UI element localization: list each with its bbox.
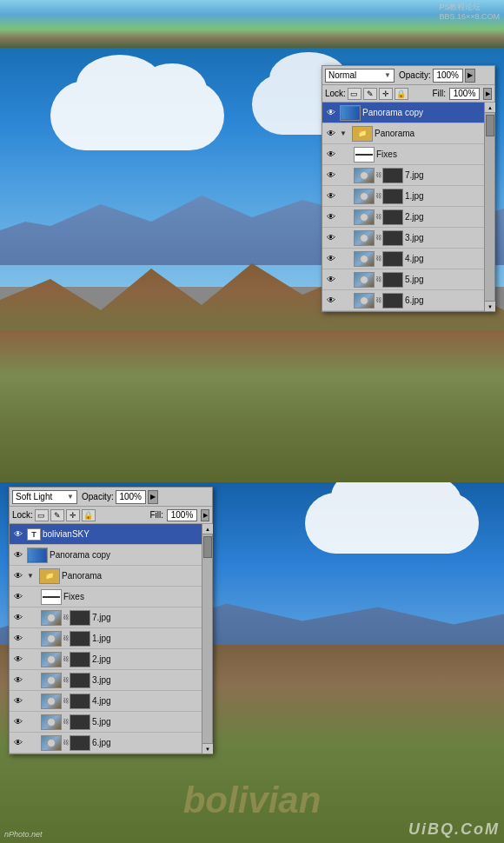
scroll-thumb-bottom[interactable] bbox=[203, 536, 212, 558]
eye-icon-5jpg-b[interactable]: 👁 bbox=[11, 715, 25, 729]
layer-row-5jpg[interactable]: 👁 ⛓ 5.jpg bbox=[322, 269, 494, 290]
scroll-down-btn-bottom[interactable]: ▼ bbox=[202, 743, 213, 753]
layer-name-5jpg-b: 5.jpg bbox=[92, 717, 210, 727]
lock-fill-row-top: Lock: ▭ ✎ ✛ 🔒 Fill: 100% ▶ bbox=[322, 85, 494, 103]
layer-row-pano-copy-b[interactable]: 👁 Panorama copy bbox=[10, 545, 212, 566]
lock-all-icon[interactable]: 🔒 bbox=[395, 88, 408, 100]
scroll-up-btn-top[interactable]: ▲ bbox=[485, 103, 495, 113]
lock-brush-icon-b[interactable]: ✎ bbox=[50, 509, 64, 521]
layer-row-7jpg-b[interactable]: 👁 ⛓ 7.jpg bbox=[10, 607, 212, 628]
mask-5jpg bbox=[382, 272, 403, 288]
bs-clouds bbox=[262, 493, 479, 597]
eye-icon-fixes-b[interactable]: 👁 bbox=[11, 590, 25, 604]
layer-row-3jpg-b[interactable]: 👁 ⛓ 3.jpg bbox=[10, 670, 212, 691]
eye-icon-panorama[interactable]: 👁 bbox=[324, 127, 338, 141]
eye-icon-fixes[interactable]: 👁 bbox=[324, 148, 338, 162]
lock-move-icon[interactable]: ✛ bbox=[379, 88, 393, 100]
blend-mode-select-bottom[interactable]: Soft Light ▼ bbox=[12, 490, 77, 504]
fill-value-bottom[interactable]: 100% bbox=[167, 509, 197, 521]
layer-row-6jpg[interactable]: 👁 ⛓ 6.jpg bbox=[322, 290, 494, 311]
thumb-group-3jpg: ⛓ bbox=[354, 230, 403, 246]
thumb-group-7jpg: ⛓ bbox=[354, 168, 403, 183]
fill-arrow-bottom[interactable]: ▶ bbox=[201, 509, 209, 521]
layer-row-panorama[interactable]: 👁 ▼ 📁 Panorama bbox=[322, 123, 494, 144]
eye-icon-6jpg-b[interactable]: 👁 bbox=[11, 736, 25, 750]
lock-all-icon-b[interactable]: 🔒 bbox=[82, 509, 96, 521]
opacity-arrow-top[interactable]: ▶ bbox=[465, 69, 475, 83]
layer-row-1jpg[interactable]: 👁 ⛓ 1.jpg bbox=[322, 186, 494, 207]
lock-transparent-icon-b[interactable]: ▭ bbox=[35, 509, 49, 521]
scroll-up-btn-bottom[interactable]: ▲ bbox=[202, 524, 213, 534]
layer-thumb-pano-copy-b bbox=[27, 548, 48, 563]
fold-arrow-b: ▼ bbox=[27, 572, 37, 580]
chain-3jpg: ⛓ bbox=[375, 235, 381, 241]
layer-name-1jpg-b: 1.jpg bbox=[92, 634, 210, 643]
scroll-down-btn-top[interactable]: ▼ bbox=[485, 301, 495, 311]
layer-row-3jpg[interactable]: 👁 ⛓ 3.jpg bbox=[322, 228, 494, 249]
layer-name-4jpg-b: 4.jpg bbox=[92, 696, 210, 706]
chain-3jpg-b: ⛓ bbox=[63, 677, 69, 683]
layer-row-panorama-copy[interactable]: 👁 Panorama copy bbox=[322, 103, 494, 123]
layer-row-boliviansky[interactable]: 👁 T bolivianSKY bbox=[10, 524, 212, 545]
fill-value-top[interactable]: 100% bbox=[449, 88, 480, 100]
layer-row-7jpg[interactable]: 👁 ⛓ 7.jpg bbox=[322, 165, 494, 186]
opacity-arrow-bottom[interactable]: ▶ bbox=[148, 490, 158, 504]
thumb-group-1jpg: ⛓ bbox=[354, 189, 403, 204]
layer-row-fixes[interactable]: 👁 Fixes bbox=[322, 144, 494, 165]
layer-name-6jpg: 6.jpg bbox=[405, 295, 493, 305]
blend-mode-select-top[interactable]: Normal ▼ bbox=[325, 69, 395, 83]
lock-label-top: Lock: bbox=[325, 89, 346, 98]
ground bbox=[0, 330, 504, 482]
scroll-bar-bottom[interactable]: ▲ ▼ bbox=[202, 524, 212, 753]
layer-row-panorama-b[interactable]: 👁 ▼ 📁 Panorama bbox=[10, 566, 212, 587]
thumb-group-4jpg: ⛓ bbox=[354, 251, 403, 267]
layer-thumb-4jpg-b bbox=[41, 694, 62, 709]
chain-2jpg-b: ⛓ bbox=[63, 656, 69, 662]
eye-icon-4jpg-b[interactable]: 👁 bbox=[11, 694, 25, 708]
eye-icon-1jpg[interactable]: 👁 bbox=[324, 189, 338, 203]
fill-arrow-top[interactable]: ▶ bbox=[483, 88, 492, 100]
layer-row-4jpg-b[interactable]: 👁 ⛓ 4.jpg bbox=[10, 691, 212, 712]
layer-row-6jpg-b[interactable]: 👁 ⛓ 6.jpg bbox=[10, 733, 212, 753]
layer-row-1jpg-b[interactable]: 👁 ⛓ 1.jpg bbox=[10, 628, 212, 649]
layer-name-7jpg: 7.jpg bbox=[405, 170, 493, 180]
fold-arrow: ▼ bbox=[340, 129, 350, 137]
layer-row-5jpg-b[interactable]: 👁 ⛓ 5.jpg bbox=[10, 712, 212, 733]
eye-icon-2jpg[interactable]: 👁 bbox=[324, 210, 338, 224]
opacity-value-top[interactable]: 100% bbox=[433, 69, 463, 83]
eye-icon-7jpg[interactable]: 👁 bbox=[324, 169, 338, 183]
layer-row-2jpg-b[interactable]: 👁 ⛓ 2.jpg bbox=[10, 649, 212, 670]
layer-row-2jpg[interactable]: 👁 ⛓ 2.jpg bbox=[322, 207, 494, 228]
layer-thumb-panorama-folder-b: 📁 bbox=[39, 568, 60, 584]
layer-thumb-6jpg-b bbox=[41, 735, 62, 751]
eye-icon-panorama-copy[interactable]: 👁 bbox=[324, 106, 338, 120]
lock-transparent-icon[interactable]: ▭ bbox=[348, 88, 361, 100]
eye-icon-6jpg[interactable]: 👁 bbox=[324, 294, 338, 308]
layer-name-2jpg-b: 2.jpg bbox=[92, 654, 210, 664]
eye-icon-7jpg-b[interactable]: 👁 bbox=[11, 611, 25, 625]
eye-icon-boliviansky[interactable]: 👁 bbox=[11, 528, 25, 541]
chain-5jpg-b: ⛓ bbox=[63, 719, 69, 725]
eye-icon-3jpg[interactable]: 👁 bbox=[324, 231, 338, 245]
cloud-1 bbox=[50, 81, 224, 150]
layer-thumb-6jpg bbox=[354, 293, 375, 309]
eye-icon-3jpg-b[interactable]: 👁 bbox=[11, 674, 25, 687]
eye-icon-1jpg-b[interactable]: 👁 bbox=[11, 632, 25, 646]
scroll-thumb-top[interactable] bbox=[486, 115, 494, 136]
eye-icon-pano-copy-b[interactable]: 👁 bbox=[11, 548, 25, 562]
blend-opacity-row-top: Normal ▼ Opacity: 100% ▶ bbox=[322, 66, 494, 85]
opacity-value-bottom[interactable]: 100% bbox=[116, 490, 146, 504]
eye-icon-5jpg[interactable]: 👁 bbox=[324, 273, 338, 287]
watermark-bottom-right: UiBQ.CoM bbox=[408, 820, 500, 839]
eye-icon-2jpg-b[interactable]: 👁 bbox=[11, 653, 25, 667]
layer-row-fixes-b[interactable]: 👁 Fixes bbox=[10, 587, 212, 607]
eye-icon-panorama-b[interactable]: 👁 bbox=[11, 569, 25, 583]
bs-cloud-1 bbox=[305, 493, 479, 554]
lock-brush-icon[interactable]: ✎ bbox=[363, 88, 377, 100]
lock-fill-row-bottom: Lock: ▭ ✎ ✛ 🔒 Fill: 100% ▶ bbox=[10, 507, 212, 524]
opacity-label-bottom: Opacity: bbox=[82, 492, 114, 501]
scroll-bar-top[interactable]: ▲ ▼ bbox=[484, 103, 494, 311]
layer-row-4jpg[interactable]: 👁 ⛓ 4.jpg bbox=[322, 249, 494, 269]
eye-icon-4jpg[interactable]: 👁 bbox=[324, 252, 338, 266]
lock-move-icon-b[interactable]: ✛ bbox=[66, 509, 80, 521]
